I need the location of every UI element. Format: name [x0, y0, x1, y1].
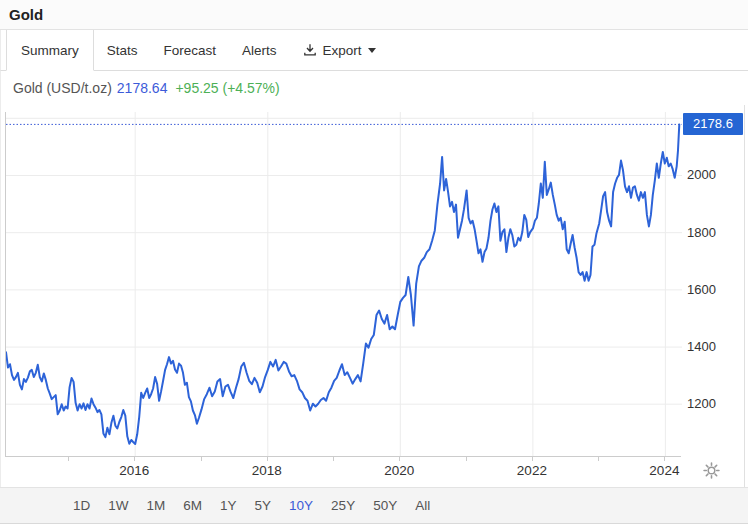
chart-settings-button[interactable] [700, 459, 722, 481]
x-axis-tick [201, 457, 202, 461]
x-axis-tick [68, 457, 69, 461]
y-axis-label: 2000 [687, 166, 737, 184]
x-axis-tick [399, 457, 400, 461]
tab-summary[interactable]: Summary [6, 30, 94, 71]
x-axis-tick [134, 457, 135, 461]
quote-change: +95.25 (+4.57%) [175, 80, 279, 96]
download-icon [303, 43, 317, 57]
x-axis-label: 2018 [245, 463, 289, 478]
chart-area: 2178.6 120014001600180020002200 20162018… [0, 105, 748, 487]
x-axis-label: 2022 [510, 463, 554, 478]
gear-icon [703, 462, 720, 479]
y-axis-label: 1200 [687, 395, 737, 413]
price-chart-plot[interactable] [5, 112, 681, 456]
range-10y[interactable]: 10Y [280, 498, 322, 513]
range-5y[interactable]: 5Y [246, 498, 281, 513]
page-title: Gold [9, 6, 43, 23]
widget-header: Gold [0, 0, 748, 30]
x-axis-label: 2020 [377, 463, 421, 478]
quote-line: Gold (USD/t.oz) 2178.64 +95.25 (+4.57%) [0, 71, 748, 105]
x-axis-tick [664, 457, 665, 461]
export-dropdown[interactable]: Export [290, 30, 389, 70]
caret-down-icon [368, 48, 376, 53]
x-axis-tick [598, 457, 599, 461]
range-1y[interactable]: 1Y [211, 498, 246, 513]
tab-stats[interactable]: Stats [94, 30, 151, 70]
y-axis: 2178.6 120014001600180020002200 [681, 105, 745, 487]
range-1m[interactable]: 1M [138, 498, 175, 513]
x-axis-label: 2024 [642, 463, 686, 478]
x-axis-tick [333, 457, 334, 461]
x-axis-tick [466, 457, 467, 461]
range-6m[interactable]: 6M [174, 498, 211, 513]
x-axis: 20162018202020222024 [5, 456, 681, 484]
y-axis-label: 1800 [687, 224, 737, 242]
range-all[interactable]: All [406, 498, 439, 513]
x-axis-tick [532, 457, 533, 461]
x-axis-tick [267, 457, 268, 461]
x-axis-label: 2016 [112, 463, 156, 478]
tab-alerts[interactable]: Alerts [229, 30, 290, 70]
tab-forecast[interactable]: Forecast [151, 30, 230, 70]
range-selector-bar: 1D 1W 1M 6M 1Y 5Y 10Y 25Y 50Y All [0, 487, 748, 524]
range-25y[interactable]: 25Y [322, 498, 364, 513]
quote-price: 2178.64 [117, 80, 168, 96]
range-1d[interactable]: 1D [64, 498, 99, 513]
quote-symbol: Gold (USD/t.oz) [13, 80, 112, 96]
range-50y[interactable]: 50Y [364, 498, 406, 513]
tab-bar: Summary Stats Forecast Alerts Export [0, 30, 748, 71]
current-price-badge: 2178.6 [683, 113, 743, 135]
y-axis-label: 1400 [687, 338, 737, 356]
range-1w[interactable]: 1W [99, 498, 137, 513]
y-axis-label: 1600 [687, 281, 737, 299]
